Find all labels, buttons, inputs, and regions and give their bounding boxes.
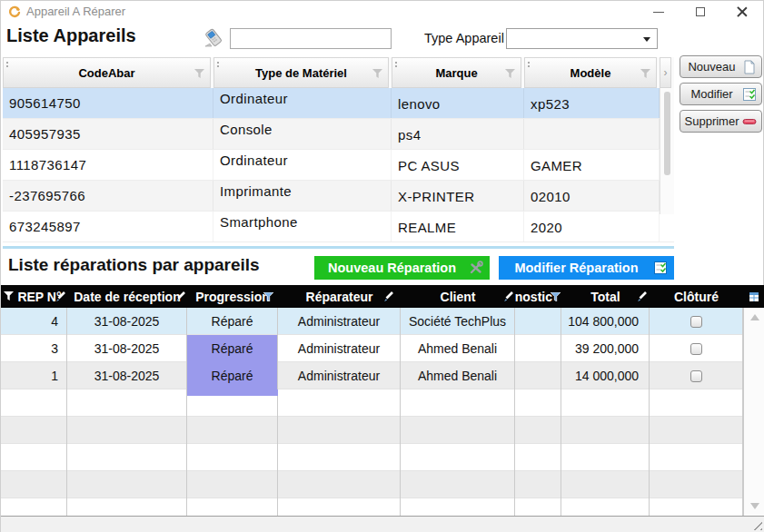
cloture-checkbox[interactable] — [690, 316, 702, 328]
reparations-table: REP N° Date de réception Progression Rép… — [1, 285, 764, 517]
scroll-down-icon[interactable] — [750, 503, 759, 509]
column-header-client[interactable]: Client — [401, 285, 515, 308]
cell-client: Société TechPlus — [401, 308, 515, 335]
cell-rep-n: 3 — [1, 335, 67, 362]
table-row[interactable]: 673245897 Smartphone REALME 2020 — [3, 212, 674, 242]
empty-row — [1, 498, 764, 517]
modifier-button[interactable]: Modifier — [680, 83, 762, 105]
cell-total: 39 200,000 — [561, 335, 650, 362]
cell-cloture — [650, 362, 743, 389]
type-appareil-label: Type Appareil — [424, 31, 504, 45]
nouveau-button[interactable]: Nouveau — [680, 55, 762, 78]
wrench-icon — [8, 5, 21, 18]
empty-row — [1, 444, 764, 471]
cell-modele: GAMER — [524, 150, 660, 180]
reparations-table-header: REP N° Date de réception Progression Rép… — [1, 285, 764, 308]
grid-options-button[interactable] — [743, 285, 764, 308]
table-row[interactable]: 1 31-08-2025 Réparé Administrateur Ahmed… — [1, 362, 764, 389]
close-icon — [737, 6, 748, 17]
scroll-up-icon[interactable] — [750, 314, 759, 320]
cell-modele — [524, 119, 660, 149]
maximize-button[interactable] — [680, 1, 721, 23]
cell-codeabar: 673245897 — [3, 212, 213, 241]
cell-type: Ordinateur — [213, 150, 392, 180]
cell-cloture — [650, 308, 743, 335]
table-row[interactable]: 405957935 Console ps4 — [3, 119, 674, 150]
maximize-icon — [696, 7, 705, 16]
filter-funnel-icon[interactable] — [4, 291, 14, 300]
checklist-icon — [653, 261, 668, 275]
scrollbar-thumb[interactable] — [664, 92, 670, 175]
cell-diagnostic — [515, 362, 561, 389]
scroll-column-header[interactable]: › — [660, 57, 671, 88]
crud-buttons: Nouveau Modifier Supprimer — [680, 55, 762, 137]
filter-funnel-icon[interactable] — [551, 292, 561, 301]
reparations-heading: Liste réparations par appareils — [8, 255, 260, 275]
column-header-total[interactable]: Total — [561, 285, 650, 308]
cell-cloture — [650, 335, 743, 362]
cell-marque: PC ASUS — [392, 150, 524, 180]
table-row[interactable]: 3 31-08-2025 Réparé Administrateur Ahmed… — [1, 335, 764, 362]
tools-icon — [469, 261, 483, 275]
type-appareil-combobox[interactable] — [506, 28, 658, 49]
empty-row — [1, 417, 764, 444]
resize-grip[interactable] — [750, 518, 762, 530]
chevron-down-icon — [643, 37, 650, 42]
cell-total: 104 800,000 — [561, 308, 650, 335]
cell-progression: Réparé — [187, 308, 278, 335]
appareils-table-body: 905614750 Ordinateur lenovo xp523 405957… — [3, 88, 674, 245]
title-bar: Appareil A Réparer — [1, 1, 763, 23]
filter-funnel-icon[interactable] — [640, 69, 650, 78]
cell-codeabar: 405957935 — [3, 119, 213, 149]
cell-rep-n: 4 — [1, 308, 67, 335]
column-header-diagnostic[interactable]: Diagnostic — [515, 285, 561, 308]
filter-funnel-icon[interactable] — [194, 69, 204, 78]
column-header-progression[interactable]: Progression — [187, 285, 278, 308]
appareils-table: CodeAbar Type de Matériel Marque Modèle … — [3, 57, 674, 245]
modifier-reparation-button[interactable]: Modifier Réparation — [499, 256, 674, 280]
minimize-button[interactable] — [638, 1, 680, 23]
cell-rep-n: 1 — [1, 362, 67, 389]
cell-type: Imprimante — [213, 181, 392, 211]
cloture-checkbox[interactable] — [690, 343, 702, 355]
appareils-heading: Liste Appareils — [6, 25, 136, 46]
column-header-type-materiel[interactable]: Type de Matériel — [213, 57, 389, 88]
cell-total: 14 000,000 — [561, 362, 650, 389]
column-header-marque[interactable]: Marque — [392, 57, 521, 88]
progression-highlight-overflow — [187, 389, 278, 396]
new-document-icon — [742, 60, 757, 74]
nouveau-reparation-button[interactable]: Nouveau Réparation — [314, 256, 490, 280]
cell-modele: xp523 — [524, 88, 660, 118]
close-button[interactable] — [721, 1, 763, 23]
column-header-modele[interactable]: Modèle — [524, 57, 657, 88]
filter-funnel-icon[interactable] — [263, 292, 273, 301]
filter-funnel-icon[interactable] — [372, 69, 382, 78]
pencil-icon — [382, 291, 394, 302]
vertical-scrollbar[interactable] — [660, 88, 674, 214]
cloture-checkbox[interactable] — [690, 370, 702, 382]
cell-modele: 2020 — [524, 212, 660, 241]
column-header-rep-n[interactable]: REP N° — [1, 285, 67, 308]
cell-reparateur: Administrateur — [278, 308, 401, 335]
column-header-cloture[interactable]: Clôturé — [650, 285, 743, 308]
cell-marque: ps4 — [392, 119, 524, 149]
pencil-icon — [502, 291, 514, 302]
cell-type: Console — [213, 119, 392, 149]
table-row[interactable]: 905614750 Ordinateur lenovo xp523 — [3, 88, 674, 119]
column-header-reparateur[interactable]: Réparateur — [278, 285, 401, 308]
cell-progression: Réparé — [187, 335, 278, 362]
horizontal-scroll-accent — [3, 246, 674, 249]
cell-marque: lenovo — [392, 88, 524, 118]
table-row[interactable]: -237695766 Imprimante X-PRINTER 02010 — [3, 181, 674, 212]
column-header-codeabar[interactable]: CodeAbar — [3, 57, 211, 88]
cell-diagnostic — [515, 335, 561, 362]
cell-diagnostic — [515, 308, 561, 335]
vertical-scrollbar[interactable] — [743, 308, 764, 517]
table-row[interactable]: 4 31-08-2025 Réparé Administrateur Socié… — [1, 308, 764, 335]
app-window: Appareil A Réparer Liste Appareils Type … — [0, 0, 764, 532]
search-input[interactable] — [230, 28, 392, 49]
table-row[interactable]: 1118736147 Ordinateur PC ASUS GAMER — [3, 150, 674, 181]
column-header-date-reception[interactable]: Date de réception — [67, 285, 187, 308]
supprimer-button[interactable]: Supprimer — [680, 110, 762, 133]
filter-funnel-icon[interactable] — [505, 69, 515, 78]
